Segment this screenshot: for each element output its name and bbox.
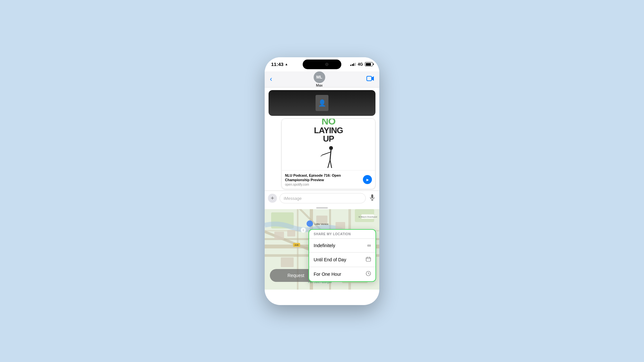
infinity-icon: ∞: [367, 243, 371, 248]
svg-rect-26: [287, 230, 295, 237]
status-bar: 11:43 ▲ 4G: [265, 57, 379, 71]
svg-text:↑: ↑: [303, 228, 304, 232]
battery-fill: [366, 63, 371, 66]
drag-bar: [316, 207, 328, 209]
message-input[interactable]: iMessage: [279, 193, 366, 203]
nlu-up-text: UP: [314, 135, 343, 143]
avatar-initials: ML: [316, 75, 322, 79]
time-display: 11:43: [271, 61, 283, 67]
svg-rect-0: [367, 76, 372, 81]
svg-text:Little Venice: Little Venice: [315, 223, 329, 226]
share-option-one-hour[interactable]: For One Hour: [309, 267, 375, 281]
dynamic-island: [303, 60, 341, 69]
location-arrow-icon: ▲: [285, 62, 288, 66]
spotify-artwork: NO LAYING UP: [282, 119, 375, 170]
back-button[interactable]: ‹: [270, 75, 272, 83]
svg-rect-29: [281, 257, 294, 267]
nav-center[interactable]: ML Max: [314, 71, 325, 87]
signal-bars: [350, 63, 356, 66]
signal-bar-4: [355, 63, 356, 66]
share-one-hour-label: For One Hour: [314, 272, 341, 277]
svg-line-4: [321, 155, 322, 156]
svg-rect-25: [274, 232, 284, 240]
signal-bar-1: [350, 65, 351, 66]
nlu-laying-text: LAYING: [314, 126, 343, 135]
contact-name: Max: [316, 83, 323, 87]
share-end-of-day-label: Until End of Day: [314, 257, 346, 262]
share-popup-header: SHARE MY LOCATION: [309, 230, 375, 239]
nlu-logo: NO LAYING UP: [314, 118, 343, 172]
svg-point-2: [329, 146, 333, 150]
network-label: 4G: [358, 62, 363, 67]
share-popup-title: SHARE MY LOCATION: [314, 232, 371, 236]
svg-rect-8: [371, 194, 373, 198]
drag-handle[interactable]: [265, 206, 379, 209]
svg-line-3: [322, 152, 331, 155]
status-time: 11:43 ▲: [271, 61, 288, 67]
spotify-domain: open.spotify.com: [285, 183, 363, 186]
share-option-indefinitely[interactable]: Indefinitely ∞: [309, 239, 375, 253]
input-bar: + iMessage: [265, 190, 379, 206]
add-attachment-button[interactable]: +: [268, 194, 277, 203]
message-placeholder: iMessage: [284, 196, 302, 201]
nav-bar: ‹ ML Max: [265, 71, 379, 88]
dictation-button[interactable]: [368, 194, 376, 203]
svg-point-31: [307, 220, 313, 227]
battery-icon: [365, 62, 373, 66]
svg-line-7: [330, 160, 332, 168]
svg-marker-1: [372, 76, 374, 81]
contact-avatar: ML: [314, 71, 325, 83]
video-call-button[interactable]: [366, 76, 374, 83]
share-location-popup: SHARE MY LOCATION Indefinitely ∞ Until E…: [308, 229, 376, 282]
spotify-play-button[interactable]: ▶: [363, 175, 372, 184]
share-indefinitely-label: Indefinitely: [314, 243, 335, 248]
svg-rect-41: [366, 257, 371, 261]
dynamic-island-dot: [325, 63, 328, 66]
svg-line-47: [368, 274, 369, 274]
map-area: Little Venice A46 ↑ St Mary's Churchyard…: [265, 206, 379, 290]
signal-bar-2: [352, 64, 353, 66]
messages-area: 👤 NO LAYING UP: [265, 88, 379, 190]
spotify-info: NLU Podcast, Episode 716: Open Champions…: [282, 170, 375, 189]
phone-frame: 11:43 ▲ 4G ‹ ML Max: [265, 57, 379, 305]
svg-text:A46: A46: [295, 244, 299, 246]
spotify-text: NLU Podcast, Episode 716: Open Champions…: [285, 173, 363, 187]
golfer-silhouette-icon: [319, 145, 338, 171]
clock-icon: [366, 271, 371, 277]
svg-line-6: [328, 160, 330, 168]
svg-rect-28: [336, 222, 345, 229]
svg-line-5: [330, 150, 331, 160]
share-option-end-of-day[interactable]: Until End of Day: [309, 253, 375, 267]
nlu-no-text: NO: [314, 118, 343, 126]
status-right: 4G: [350, 62, 373, 67]
spotify-title: NLU Podcast, Episode 716: Open Champions…: [285, 173, 363, 182]
calendar-icon: [366, 256, 371, 263]
svg-text:St Mary's Churchyard: St Mary's Churchyard: [358, 216, 377, 218]
signal-bar-3: [353, 63, 354, 66]
spotify-card[interactable]: NO LAYING UP: [281, 118, 375, 190]
media-thumbnail: 👤: [269, 90, 375, 116]
